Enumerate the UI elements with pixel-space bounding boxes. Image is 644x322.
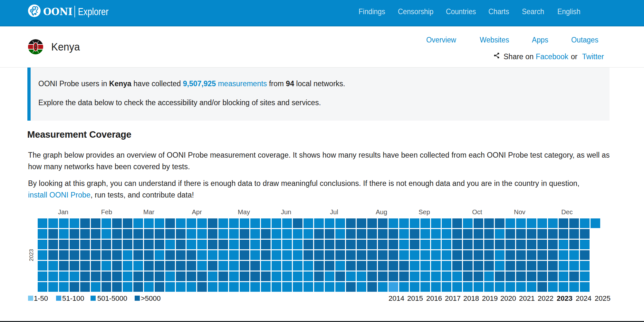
heatmap-cell-w45d7[interactable] xyxy=(505,282,515,292)
heatmap-cell-w3d5[interactable] xyxy=(59,261,69,271)
heatmap-cell-w48d5[interactable] xyxy=(537,261,547,271)
heatmap-cell-w27d2[interactable] xyxy=(314,229,324,239)
heatmap-cell-w35d1[interactable] xyxy=(399,218,409,228)
heatmap-cell-w45d3[interactable] xyxy=(505,240,515,249)
heatmap-cell-w2d5[interactable] xyxy=(48,261,58,271)
heatmap-cell-w27d4[interactable] xyxy=(314,250,324,260)
heatmap-cell-w31d6[interactable] xyxy=(357,271,366,281)
heatmap-cell-w48d2[interactable] xyxy=(537,229,547,239)
heatmap-cell-w9d7[interactable] xyxy=(123,282,132,292)
heatmap-cell-w10d6[interactable] xyxy=(133,271,143,281)
heatmap-cell-w50d4[interactable] xyxy=(559,250,568,260)
heatmap-cell-w36d2[interactable] xyxy=(410,229,419,239)
heatmap-cell-w10d7[interactable] xyxy=(133,282,143,292)
heatmap-cell-w47d1[interactable] xyxy=(527,218,536,228)
heatmap-cell-w2d2[interactable] xyxy=(48,229,58,239)
heatmap-cell-w47d2[interactable] xyxy=(527,229,536,239)
heatmap-cell-w22d2[interactable] xyxy=(261,229,271,239)
heatmap-cell-w23d7[interactable] xyxy=(272,282,281,292)
heatmap-cell-w35d2[interactable] xyxy=(399,229,409,239)
heatmap-cell-w29d7[interactable] xyxy=(335,282,345,292)
heatmap-cell-w17d6[interactable] xyxy=(208,271,217,281)
heatmap-cell-w8d7[interactable] xyxy=(112,282,122,292)
heatmap-cell-w37d6[interactable] xyxy=(420,271,430,281)
heatmap-cell-w51d4[interactable] xyxy=(569,250,579,260)
year-axis-2023[interactable]: 2023 xyxy=(557,295,572,302)
heatmap-cell-w25d1[interactable] xyxy=(293,218,303,228)
heatmap-cell-w43d5[interactable] xyxy=(484,261,494,271)
heatmap-cell-w14d2[interactable] xyxy=(176,229,186,239)
heatmap-cell-w38d2[interactable] xyxy=(431,229,441,239)
heatmap-cell-w44d7[interactable] xyxy=(495,282,505,292)
heatmap-cell-w35d5[interactable] xyxy=(399,261,409,271)
heatmap-cell-w31d7[interactable] xyxy=(357,282,366,292)
heatmap-cell-w48d4[interactable] xyxy=(537,250,547,260)
heatmap-cell-w41d3[interactable] xyxy=(463,240,473,249)
heatmap-cell-w12d6[interactable] xyxy=(155,271,164,281)
heatmap-cell-w23d4[interactable] xyxy=(272,250,281,260)
heatmap-cell-w7d7[interactable] xyxy=(101,282,111,292)
heatmap-cell-w34d6[interactable] xyxy=(389,271,398,281)
heatmap-cell-w34d2[interactable] xyxy=(389,229,398,239)
heatmap-cell-w19d6[interactable] xyxy=(229,271,239,281)
heatmap-cell-w6d2[interactable] xyxy=(91,229,101,239)
heatmap-cell-w15d5[interactable] xyxy=(187,261,196,271)
heatmap-cell-w1d1[interactable] xyxy=(38,218,47,228)
heatmap-cell-w45d6[interactable] xyxy=(505,271,515,281)
heatmap-cell-w15d2[interactable] xyxy=(187,229,196,239)
heatmap-cell-w21d5[interactable] xyxy=(250,261,260,271)
heatmap-cell-w42d3[interactable] xyxy=(474,240,483,249)
heatmap-cell-w24d7[interactable] xyxy=(282,282,292,292)
heatmap-cell-w6d7[interactable] xyxy=(91,282,101,292)
heatmap-cell-w18d3[interactable] xyxy=(218,240,228,249)
heatmap-cell-w9d3[interactable] xyxy=(123,240,132,249)
heatmap-cell-w49d3[interactable] xyxy=(548,240,558,249)
heatmap-cell-w30d7[interactable] xyxy=(346,282,356,292)
heatmap-cell-w29d6[interactable] xyxy=(335,271,345,281)
heatmap-cell-w17d3[interactable] xyxy=(208,240,217,249)
heatmap-cell-w34d4[interactable] xyxy=(389,250,398,260)
heatmap-cell-w16d3[interactable] xyxy=(197,240,207,249)
heatmap-cell-w23d6[interactable] xyxy=(272,271,281,281)
heatmap-cell-w40d4[interactable] xyxy=(452,250,462,260)
heatmap-cell-w25d7[interactable] xyxy=(293,282,303,292)
heatmap-cell-w41d1[interactable] xyxy=(463,218,473,228)
heatmap-cell-w28d6[interactable] xyxy=(325,271,334,281)
heatmap-cell-w20d1[interactable] xyxy=(240,218,249,228)
heatmap-cell-w45d2[interactable] xyxy=(505,229,515,239)
heatmap-cell-w2d1[interactable] xyxy=(48,218,58,228)
heatmap-cell-w12d4[interactable] xyxy=(155,250,164,260)
heatmap-cell-w6d6[interactable] xyxy=(91,271,101,281)
heatmap-cell-w45d1[interactable] xyxy=(505,218,515,228)
heatmap-cell-w12d3[interactable] xyxy=(155,240,164,249)
heatmap-cell-w33d6[interactable] xyxy=(378,271,388,281)
heatmap-cell-w7d1[interactable] xyxy=(101,218,111,228)
heatmap-cell-w1d5[interactable] xyxy=(38,261,47,271)
heatmap-cell-w46d3[interactable] xyxy=(516,240,526,249)
heatmap-cell-w34d3[interactable] xyxy=(389,240,398,249)
heatmap-cell-w38d1[interactable] xyxy=(431,218,441,228)
heatmap-cell-w18d1[interactable] xyxy=(218,218,228,228)
heatmap-cell-w35d4[interactable] xyxy=(399,250,409,260)
heatmap-cell-w11d1[interactable] xyxy=(144,218,154,228)
heatmap-cell-w29d3[interactable] xyxy=(335,240,345,249)
heatmap-cell-w26d3[interactable] xyxy=(303,240,313,249)
heatmap-cell-w26d4[interactable] xyxy=(303,250,313,260)
heatmap-cell-w19d5[interactable] xyxy=(229,261,239,271)
year-axis-2015[interactable]: 2015 xyxy=(407,295,423,302)
heatmap-cell-w49d6[interactable] xyxy=(548,271,558,281)
heatmap-cell-w8d3[interactable] xyxy=(112,240,122,249)
heatmap-cell-w32d7[interactable] xyxy=(367,282,377,292)
heatmap-cell-w32d4[interactable] xyxy=(367,250,377,260)
year-axis-2024[interactable]: 2024 xyxy=(576,295,591,302)
heatmap-cell-w20d6[interactable] xyxy=(240,271,249,281)
heatmap-cell-w12d5[interactable] xyxy=(155,261,164,271)
heatmap-cell-w17d7[interactable] xyxy=(208,282,217,292)
heatmap-cell-w14d3[interactable] xyxy=(176,240,186,249)
heatmap-cell-w18d2[interactable] xyxy=(218,229,228,239)
heatmap-cell-w50d3[interactable] xyxy=(559,240,568,249)
heatmap-cell-w14d7[interactable] xyxy=(176,282,186,292)
heatmap-cell-w49d4[interactable] xyxy=(548,250,558,260)
heatmap-cell-w27d1[interactable] xyxy=(314,218,324,228)
heatmap-cell-w7d4[interactable] xyxy=(101,250,111,260)
